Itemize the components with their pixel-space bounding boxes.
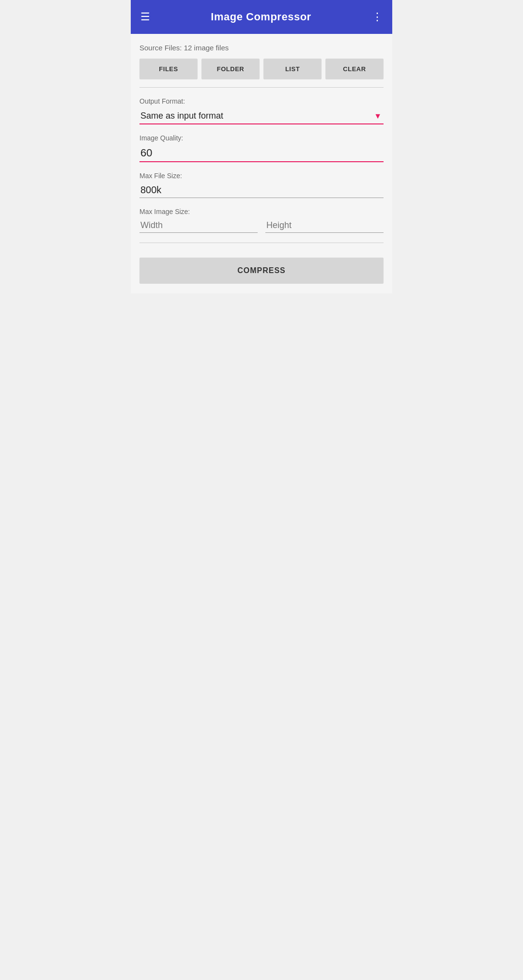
output-format-select[interactable]: Same as input format JPEG PNG WEBP [139, 108, 384, 124]
width-col [139, 218, 258, 233]
height-input[interactable] [265, 218, 384, 233]
image-quality-group: Image Quality: [139, 134, 384, 162]
max-image-size-group: Max Image Size: [139, 208, 384, 233]
source-files-label: Source Files: 12 image files [139, 44, 384, 52]
image-quality-label: Image Quality: [139, 134, 384, 142]
height-col [265, 218, 384, 233]
max-file-size-label: Max File Size: [139, 172, 384, 180]
compress-button[interactable]: COMPRESS [139, 258, 384, 284]
divider-1 [139, 87, 384, 88]
hamburger-icon[interactable]: ☰ [140, 12, 150, 22]
max-file-size-input[interactable] [139, 183, 384, 198]
action-buttons-group: FILES FOLDER LIST CLEAR [139, 59, 384, 79]
app-bar: ☰ Image Compressor ⋮ [131, 0, 392, 34]
max-image-size-row [139, 218, 384, 233]
width-input[interactable] [139, 218, 258, 233]
output-format-select-wrapper: Same as input format JPEG PNG WEBP ▼ [139, 108, 384, 124]
files-button[interactable]: FILES [139, 59, 198, 79]
folder-button[interactable]: FOLDER [201, 59, 260, 79]
max-file-size-group: Max File Size: [139, 172, 384, 198]
content-area: Source Files: 12 image files FILES FOLDE… [131, 34, 392, 293]
output-format-label: Output Format: [139, 97, 384, 105]
image-quality-input[interactable] [139, 145, 384, 162]
more-options-icon[interactable]: ⋮ [372, 12, 383, 22]
divider-2 [139, 243, 384, 243]
list-button[interactable]: LIST [263, 59, 322, 79]
app-bar-title: Image Compressor [211, 11, 311, 23]
clear-button[interactable]: CLEAR [325, 59, 384, 79]
output-format-group: Output Format: Same as input format JPEG… [139, 97, 384, 124]
max-image-size-label: Max Image Size: [139, 208, 384, 215]
